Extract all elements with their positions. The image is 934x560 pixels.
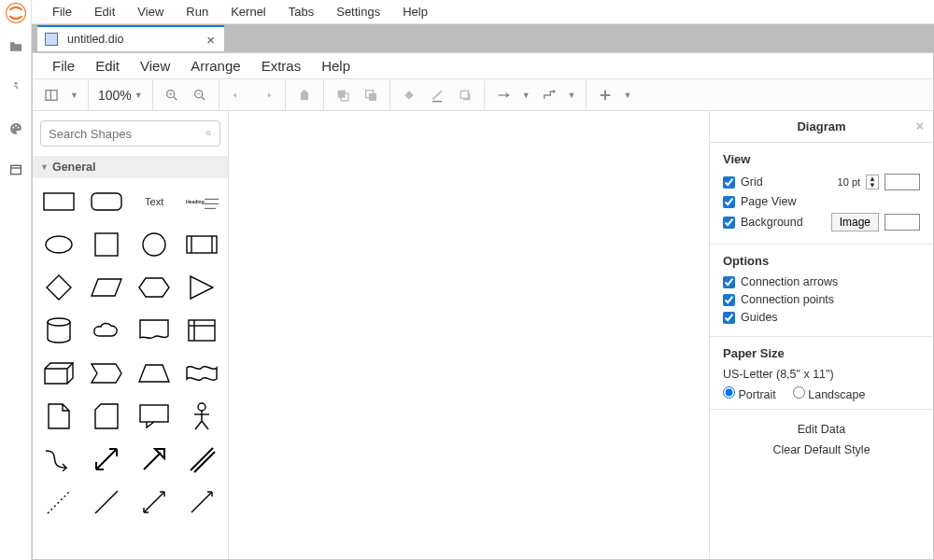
shadow-icon[interactable] — [456, 86, 474, 105]
undo-icon[interactable] — [229, 86, 248, 105]
shape-trapezoid[interactable] — [134, 359, 175, 387]
bg-color-swatch[interactable] — [884, 214, 920, 231]
shape-link[interactable] — [182, 445, 222, 473]
shape-parallelogram[interactable] — [86, 273, 126, 301]
grid-color-swatch[interactable] — [884, 174, 920, 190]
shape-callout[interactable] — [134, 402, 175, 430]
grid-stepper[interactable]: ▲▼ — [866, 175, 879, 189]
arrows-checkbox[interactable] — [723, 276, 735, 288]
menu-edit[interactable]: Edit — [83, 1, 126, 22]
pageview-checkbox[interactable] — [723, 196, 735, 208]
shapes-category-general[interactable]: ▼General — [33, 156, 228, 178]
shape-dir-thin[interactable] — [182, 488, 222, 516]
shape-triangle[interactable] — [182, 273, 222, 301]
delete-icon[interactable] — [295, 86, 314, 105]
shape-line[interactable] — [86, 488, 126, 516]
zoom-dropdown[interactable]: 100%▼ — [98, 88, 143, 103]
zoom-in-icon[interactable] — [163, 86, 181, 105]
format-title: Diagram × — [710, 111, 933, 143]
view-icon[interactable] — [42, 86, 61, 105]
shape-square[interactable] — [86, 231, 126, 259]
menu-kernel[interactable]: Kernel — [219, 1, 277, 22]
caret-icon[interactable]: ▼ — [70, 91, 78, 100]
shape-process[interactable] — [182, 231, 222, 259]
menu-file[interactable]: File — [41, 1, 83, 22]
palette-icon[interactable] — [7, 119, 25, 138]
svg-rect-28 — [92, 193, 121, 210]
background-checkbox[interactable] — [723, 217, 735, 229]
drawio-menu-edit[interactable]: Edit — [85, 55, 130, 77]
redo-icon[interactable] — [257, 86, 276, 105]
shape-text[interactable]: Text — [134, 188, 175, 216]
shape-diamond[interactable] — [38, 273, 78, 301]
stroke-icon[interactable] — [428, 86, 446, 105]
svg-point-29 — [46, 236, 72, 253]
menu-help[interactable]: Help — [391, 1, 439, 22]
waypoint-icon[interactable] — [540, 86, 559, 105]
shape-heading[interactable]: Heading━━━━━━━━━━━━━━ — [182, 188, 222, 216]
canvas[interactable]: ➤ — [229, 111, 709, 559]
shape-dashed[interactable] — [38, 488, 78, 516]
drawio-menu-view[interactable]: View — [130, 55, 180, 77]
shape-bidir-arrow[interactable] — [86, 445, 126, 473]
shape-rect[interactable] — [38, 188, 78, 216]
landscape-radio[interactable]: Landscape — [793, 386, 866, 401]
shape-step[interactable] — [86, 359, 126, 387]
drawio-menu-help[interactable]: Help — [311, 55, 361, 77]
shape-hexagon[interactable] — [134, 273, 175, 301]
shape-actor[interactable] — [182, 402, 222, 430]
shape-search[interactable] — [40, 120, 220, 147]
svg-line-48 — [95, 491, 118, 513]
connection-icon[interactable] — [494, 86, 513, 105]
shape-cube[interactable] — [38, 359, 78, 387]
svg-point-31 — [143, 233, 165, 256]
svg-point-2 — [12, 127, 14, 129]
shape-ellipse[interactable] — [38, 231, 78, 259]
folder-icon[interactable] — [7, 37, 25, 56]
shape-document[interactable] — [134, 316, 175, 344]
close-icon[interactable]: × — [206, 32, 215, 48]
shape-curve[interactable] — [38, 445, 78, 473]
shape-bidir-thin[interactable] — [134, 488, 175, 516]
shape-internal-storage[interactable] — [182, 316, 222, 344]
window-icon[interactable] — [7, 161, 25, 179]
grid-checkbox[interactable] — [723, 176, 735, 189]
close-panel-icon[interactable]: × — [916, 119, 924, 133]
fill-icon[interactable] — [400, 86, 418, 105]
clear-style-link[interactable]: Clear Default Style — [723, 440, 920, 460]
drawio-menu-arrange[interactable]: Arrange — [180, 55, 250, 77]
drawio-menu-extras[interactable]: Extras — [251, 55, 312, 77]
running-icon[interactable] — [7, 78, 25, 97]
shape-tape[interactable] — [182, 359, 222, 387]
drawio-menu-file[interactable]: File — [42, 55, 85, 77]
svg-line-47 — [48, 491, 70, 513]
to-back-icon[interactable] — [361, 86, 380, 105]
image-button[interactable]: Image — [831, 213, 879, 231]
guides-checkbox[interactable] — [723, 312, 735, 324]
shape-card[interactable] — [86, 402, 126, 430]
svg-line-50 — [191, 492, 212, 512]
portrait-radio[interactable]: Portrait — [723, 386, 776, 401]
menu-run[interactable]: Run — [175, 1, 219, 22]
paper-size-select[interactable]: US-Letter (8,5" x 11") — [723, 368, 920, 381]
edit-data-link[interactable]: Edit Data — [723, 419, 920, 440]
insert-icon[interactable] — [596, 86, 615, 105]
svg-line-46 — [194, 452, 215, 472]
shape-circle[interactable] — [134, 231, 175, 259]
shape-cloud[interactable] — [86, 316, 126, 344]
shape-search-input[interactable] — [49, 127, 205, 141]
zoom-out-icon[interactable] — [191, 86, 209, 105]
to-front-icon[interactable] — [333, 86, 352, 105]
shape-arrow[interactable] — [134, 445, 175, 473]
menu-settings[interactable]: Settings — [325, 1, 391, 22]
shape-rounded-rect[interactable] — [86, 188, 126, 216]
shape-cylinder[interactable] — [38, 316, 78, 344]
svg-line-49 — [144, 492, 164, 512]
menu-view[interactable]: View — [126, 1, 175, 22]
tab-untitled[interactable]: untitled.dio × — [37, 25, 224, 51]
jupyter-menu-bar: File Edit View Run Kernel Tabs Settings … — [32, 0, 934, 24]
points-checkbox[interactable] — [723, 294, 735, 306]
shape-note[interactable] — [38, 402, 78, 430]
menu-tabs[interactable]: Tabs — [277, 1, 325, 22]
drawio-file-icon — [45, 33, 58, 46]
